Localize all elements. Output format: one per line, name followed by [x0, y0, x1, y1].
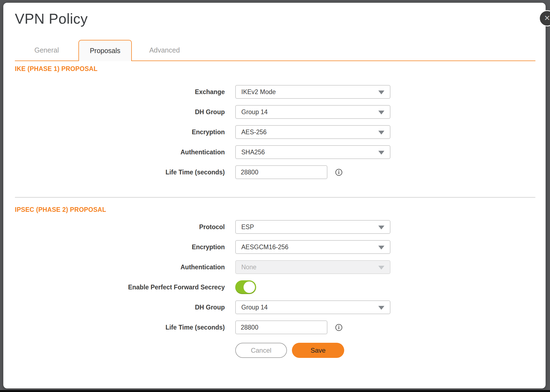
authentication2-label: Authentication: [15, 264, 225, 271]
protocol-label: Protocol: [15, 223, 225, 231]
life-time-label: Life Time (seconds): [15, 169, 225, 176]
tab-proposals-label: Proposals: [90, 47, 120, 55]
encryption-value: AES-256: [241, 128, 267, 136]
life-time2-input[interactable]: [235, 320, 327, 334]
screen-bottom-edge: [0, 390, 550, 392]
vpn-policy-dialog: VPN Policy General Proposals Advanced IK…: [3, 3, 546, 388]
ike-phase1-heading: IKE (PHASE 1) PROPOSAL: [15, 65, 535, 73]
pfs-row: Enable Perfect Forward Secrecy: [15, 280, 535, 294]
info-icon: [335, 169, 343, 176]
dh-group2-label: DH Group: [15, 304, 225, 311]
encryption2-row: Encryption AESGCM16-256: [15, 240, 535, 254]
dh-group-label: DH Group: [15, 108, 225, 116]
exchange-dropdown[interactable]: IKEv2 Mode: [235, 85, 390, 99]
tab-proposals[interactable]: Proposals: [78, 40, 132, 61]
tab-bar: General Proposals Advanced: [15, 39, 535, 61]
action-buttons: Cancel Save: [235, 343, 535, 358]
life-time-row: Life Time (seconds): [15, 165, 535, 179]
life-time2-row: Life Time (seconds): [15, 320, 535, 334]
chevron-down-icon: [378, 266, 384, 270]
chevron-down-icon: [378, 246, 384, 250]
dh-group2-dropdown[interactable]: Group 14: [235, 300, 390, 314]
dh-group2-value: Group 14: [241, 304, 268, 311]
encryption2-dropdown[interactable]: AESGCM16-256: [235, 240, 390, 254]
save-button[interactable]: Save: [292, 343, 344, 358]
dh-group-dropdown[interactable]: Group 14: [235, 105, 390, 119]
protocol-value: ESP: [241, 223, 254, 231]
dialog-title: VPN Policy: [15, 11, 535, 27]
exchange-row: Exchange IKEv2 Mode: [15, 85, 535, 99]
cancel-button[interactable]: Cancel: [235, 343, 287, 358]
tab-advanced[interactable]: Advanced: [132, 40, 197, 61]
encryption-label: Encryption: [15, 128, 225, 136]
protocol-row: Protocol ESP: [15, 220, 535, 234]
chevron-down-icon: [378, 91, 384, 94]
authentication2-dropdown-disabled: None: [235, 260, 390, 274]
close-icon: ✕: [544, 15, 550, 22]
exchange-value: IKEv2 Mode: [241, 88, 276, 96]
encryption2-label: Encryption: [15, 243, 225, 251]
chevron-down-icon: [378, 111, 384, 114]
chevron-down-icon: [378, 306, 384, 310]
authentication-dropdown[interactable]: SHA256: [235, 145, 390, 159]
chevron-down-icon: [378, 131, 384, 135]
authentication-value: SHA256: [241, 149, 265, 156]
pfs-toggle-on[interactable]: [235, 280, 256, 294]
encryption2-value: AESGCM16-256: [241, 243, 288, 251]
dh-group2-row: DH Group Group 14: [15, 300, 535, 314]
authentication2-row: Authentication None: [15, 260, 535, 274]
tab-general-label: General: [34, 46, 59, 54]
life-time-input[interactable]: [235, 165, 327, 179]
authentication2-value: None: [241, 264, 256, 271]
authentication-row: Authentication SHA256: [15, 145, 535, 159]
toggle-knob: [243, 281, 255, 293]
encryption-dropdown[interactable]: AES-256: [235, 125, 390, 139]
tab-general[interactable]: General: [15, 40, 78, 61]
dh-group-row: DH Group Group 14: [15, 105, 535, 119]
protocol-dropdown[interactable]: ESP: [235, 220, 390, 234]
exchange-label: Exchange: [15, 88, 225, 96]
chevron-down-icon: [378, 151, 384, 155]
ipsec-phase2-form: Protocol ESP Encryption AESGCM16-256 Aut…: [15, 220, 535, 334]
info-icon: [335, 324, 343, 331]
tab-advanced-label: Advanced: [149, 46, 180, 54]
authentication-label: Authentication: [15, 149, 225, 156]
chevron-down-icon: [378, 226, 384, 229]
dh-group-value: Group 14: [241, 108, 268, 116]
section-divider: [15, 197, 535, 198]
pfs-label: Enable Perfect Forward Secrecy: [15, 284, 225, 291]
ipsec-phase2-heading: IPSEC (PHASE 2) PROPOSAL: [15, 206, 535, 213]
ike-phase1-form: Exchange IKEv2 Mode DH Group Group 14 En…: [15, 85, 535, 179]
life-time2-label: Life Time (seconds): [15, 324, 225, 331]
encryption-row: Encryption AES-256: [15, 125, 535, 139]
